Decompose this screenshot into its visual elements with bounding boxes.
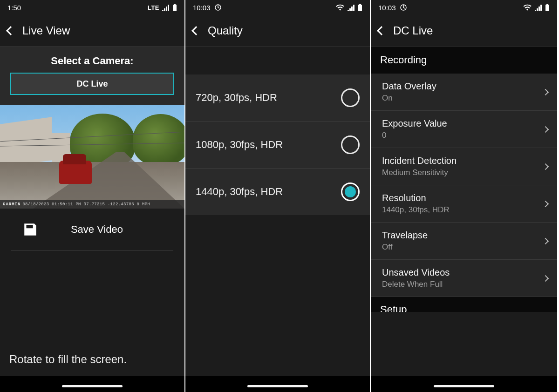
settings-row-value: Delete When Full: [382, 280, 450, 289]
status-time: 1:50: [7, 4, 21, 12]
page-title: Quality: [208, 24, 243, 37]
settings-row-value: 0: [382, 131, 447, 140]
settings-row-title: Travelapse: [382, 230, 428, 241]
header: Live View: [0, 15, 184, 47]
app-status-icon: [400, 4, 407, 11]
save-video-button[interactable]: Save Video: [11, 209, 173, 251]
radio-icon: [341, 135, 360, 154]
status-bar: 10:03: [185, 0, 370, 15]
header: Quality: [185, 15, 370, 47]
signal-icon: [348, 4, 355, 11]
network-label: LTE: [148, 4, 159, 11]
settings-row-value: Medium Sensitivity: [382, 168, 457, 177]
page-title: Live View: [22, 24, 70, 37]
settings-row[interactable]: TravelapseOff: [371, 223, 557, 260]
video-overlay-text: GARMIN08/18/2023 01:50:11 PM 37.77215 -1…: [0, 200, 184, 209]
screen-dc-live-settings: 10:03 DC Live Recording Data OverlayOnEx…: [371, 0, 557, 392]
battery-icon: [545, 4, 550, 11]
quality-option-label: 1440p, 30fps, HDR: [196, 186, 283, 198]
signal-icon: [535, 4, 542, 11]
settings-row[interactable]: Exposure Value0: [371, 111, 557, 148]
home-indicator[interactable]: [62, 385, 123, 387]
settings-row-title: Resolution: [382, 193, 450, 203]
chevron-right-icon: [542, 237, 549, 244]
settings-row-title: Exposure Value: [382, 118, 447, 129]
selector-heading: Select a Camera:: [10, 55, 174, 67]
header: DC Live: [371, 15, 557, 47]
settings-row[interactable]: Resolution1440p, 30fps, HDR: [371, 185, 557, 223]
radio-icon: [341, 88, 360, 107]
settings-row[interactable]: Unsaved VideosDelete When Full: [371, 260, 557, 297]
wifi-icon: [524, 4, 532, 11]
quality-option[interactable]: 720p, 30fps, HDR: [185, 74, 370, 121]
settings-row[interactable]: Incident DetectionMedium Sensitivity: [371, 148, 557, 185]
settings-row-value: Off: [382, 243, 428, 252]
section-header-setup: Setup: [371, 297, 557, 312]
settings-row-title: Unsaved Videos: [382, 267, 450, 278]
wifi-icon: [336, 4, 345, 11]
home-indicator[interactable]: [434, 385, 494, 387]
battery-icon: [172, 4, 177, 11]
status-time: 10:03: [193, 4, 211, 12]
quality-option[interactable]: 1080p, 30fps, HDR: [185, 121, 370, 168]
chevron-right-icon: [542, 163, 549, 169]
settings-row-title: Data Overlay: [382, 81, 436, 92]
camera-selector: Select a Camera: DC Live: [0, 47, 184, 105]
back-icon[interactable]: [191, 26, 201, 35]
settings-row-title: Incident Detection: [382, 155, 457, 166]
status-bar: 10:03: [371, 0, 557, 15]
quality-option-label: 720p, 30fps, HDR: [196, 92, 277, 104]
status-time: 10:03: [378, 4, 396, 12]
camera-select-button[interactable]: DC Live: [10, 73, 174, 95]
screen-quality: 10:03 Quality 720p, 30fps, HDR1080p, 30f…: [185, 0, 371, 392]
status-bar: 1:50 LTE: [0, 0, 184, 15]
section-header-recording: Recording: [371, 47, 557, 74]
quality-option-list: 720p, 30fps, HDR1080p, 30fps, HDR1440p, …: [185, 74, 370, 215]
back-icon[interactable]: [6, 26, 15, 35]
signal-icon: [162, 4, 170, 11]
battery-icon: [358, 4, 362, 11]
settings-row-value: On: [382, 94, 436, 103]
rotate-hint: Rotate to fill the screen.: [0, 353, 184, 366]
settings-row-value: 1440p, 30fps, HDR: [382, 205, 450, 215]
home-indicator[interactable]: [247, 385, 308, 387]
chevron-right-icon: [542, 275, 549, 281]
live-video-preview[interactable]: GARMIN08/18/2023 01:50:11 PM 37.77215 -1…: [0, 105, 184, 209]
settings-list: Data OverlayOnExposure Value0Incident De…: [371, 74, 557, 297]
page-title: DC Live: [393, 24, 433, 37]
app-status-icon: [214, 4, 222, 11]
quality-option-label: 1080p, 30fps, HDR: [196, 139, 283, 151]
chevron-right-icon: [542, 88, 549, 95]
settings-row[interactable]: Data OverlayOn: [371, 74, 557, 111]
radio-icon: [341, 182, 360, 201]
back-icon[interactable]: [377, 26, 386, 35]
quality-option[interactable]: 1440p, 30fps, HDR: [185, 168, 370, 215]
chevron-right-icon: [542, 200, 549, 207]
chevron-right-icon: [542, 126, 549, 132]
screen-live-view: 1:50 LTE Live View Select a Camera: DC L…: [0, 0, 185, 392]
